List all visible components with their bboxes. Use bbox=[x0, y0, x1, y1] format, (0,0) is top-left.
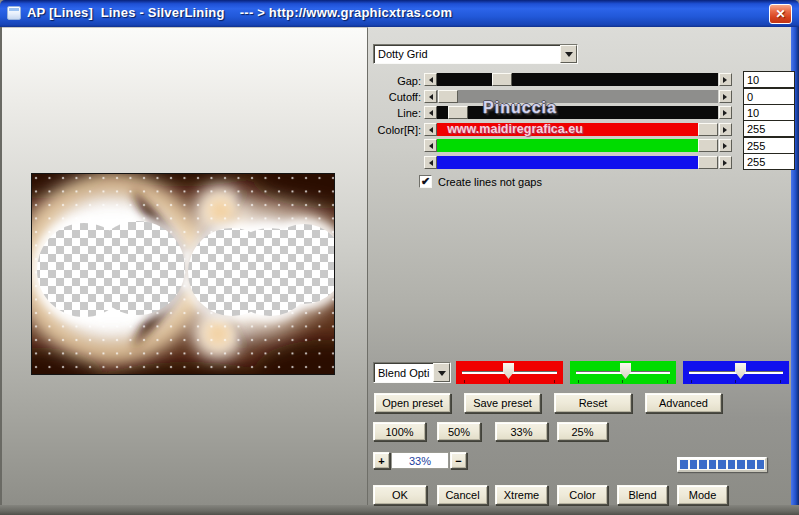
color-green-value-box[interactable]: 255 bbox=[743, 137, 795, 154]
color-button[interactable]: Color bbox=[557, 485, 608, 505]
tick-mark bbox=[509, 380, 510, 383]
slider-right-arrow-button[interactable] bbox=[719, 123, 732, 136]
zoom-25-button[interactable]: 25% bbox=[557, 422, 608, 441]
color-red-value-box[interactable]: 255 bbox=[743, 120, 795, 137]
tick-mark bbox=[464, 380, 465, 383]
right-arrow-icon bbox=[723, 127, 730, 133]
cutoff-label: Cutoff: bbox=[368, 91, 421, 104]
blend-red-thumb[interactable] bbox=[503, 363, 514, 379]
blend-red-slider[interactable] bbox=[456, 361, 563, 384]
progress-segment bbox=[757, 460, 765, 469]
gap-slider-track[interactable] bbox=[437, 73, 718, 86]
gap-slider[interactable] bbox=[424, 73, 732, 86]
cutoff-value-box[interactable]: 0 bbox=[743, 88, 795, 105]
zoom-plus-button[interactable]: + bbox=[373, 452, 390, 469]
slider-left-arrow-button[interactable] bbox=[424, 139, 437, 152]
blend-green-thumb[interactable] bbox=[620, 363, 631, 379]
dropdown-arrow-button[interactable] bbox=[433, 363, 450, 382]
gap-value-box[interactable]: 10 bbox=[743, 71, 795, 88]
left-arrow-icon bbox=[426, 160, 433, 166]
color-green-slider[interactable] bbox=[424, 139, 732, 152]
zoom-minus-button[interactable]: − bbox=[450, 452, 467, 469]
left-arrow-icon bbox=[426, 127, 433, 133]
mode-button[interactable]: Mode bbox=[677, 485, 728, 505]
progress-segment bbox=[728, 460, 736, 469]
slider-left-arrow-button[interactable] bbox=[424, 73, 437, 86]
create-lines-checkbox[interactable]: ✔ bbox=[419, 175, 432, 188]
progress-segment bbox=[747, 460, 755, 469]
tick-mark bbox=[622, 380, 623, 383]
chevron-down-icon bbox=[438, 371, 446, 380]
blend-green-slider[interactable] bbox=[570, 361, 676, 384]
color-green-slider-thumb[interactable] bbox=[698, 139, 718, 152]
color-blue-slider-track[interactable] bbox=[437, 156, 718, 169]
blend-button[interactable]: Blend bbox=[617, 485, 668, 505]
tick-mark bbox=[691, 380, 692, 383]
slider-left-arrow-button[interactable] bbox=[424, 156, 437, 169]
slider-left-arrow-button[interactable] bbox=[424, 90, 437, 103]
color-red-slider-thumb[interactable] bbox=[698, 123, 718, 136]
left-arrow-icon bbox=[426, 77, 433, 83]
zoom-100-button[interactable]: 100% bbox=[373, 422, 426, 441]
save-preset-button[interactable]: Save preset bbox=[464, 393, 541, 413]
chevron-down-icon bbox=[565, 52, 573, 61]
gap-label: Gap: bbox=[368, 75, 421, 88]
left-arrow-icon bbox=[426, 110, 433, 116]
app-icon bbox=[7, 6, 21, 20]
window-title: AP [Lines] Lines - SilverLining --- > ht… bbox=[27, 5, 452, 20]
tick-mark bbox=[578, 380, 579, 383]
right-arrow-icon bbox=[723, 160, 730, 166]
color-r-label: Color[R]: bbox=[368, 124, 421, 137]
left-arrow-icon bbox=[426, 94, 433, 100]
xtreme-button[interactable]: Xtreme bbox=[495, 485, 548, 505]
cancel-button[interactable]: Cancel bbox=[437, 485, 488, 505]
right-arrow-icon bbox=[723, 143, 730, 149]
color-blue-slider-thumb[interactable] bbox=[698, 156, 718, 169]
slider-left-arrow-button[interactable] bbox=[424, 106, 437, 119]
right-arrow-icon bbox=[723, 94, 730, 100]
ok-button[interactable]: OK bbox=[373, 485, 427, 505]
blend-blue-thumb[interactable] bbox=[735, 363, 746, 379]
progress-segment bbox=[690, 460, 698, 469]
dropdown-arrow-button[interactable] bbox=[560, 45, 577, 63]
open-preset-button[interactable]: Open preset bbox=[374, 393, 451, 413]
create-lines-checkbox-label: Create lines not gaps bbox=[438, 176, 542, 188]
advanced-button[interactable]: Advanced bbox=[645, 393, 722, 413]
zoom-50-button[interactable]: 50% bbox=[437, 422, 481, 441]
blend-options-value: Blend Opti bbox=[374, 367, 433, 379]
title-bar[interactable]: AP [Lines] Lines - SilverLining --- > ht… bbox=[0, 0, 799, 27]
progress-bar bbox=[677, 457, 767, 472]
plugin-dialog-window: AP [Lines] Lines - SilverLining --- > ht… bbox=[0, 0, 799, 515]
progress-segment bbox=[737, 460, 745, 469]
color-blue-slider[interactable] bbox=[424, 156, 732, 169]
zoom-level-field[interactable]: 33% bbox=[391, 452, 449, 469]
reset-button[interactable]: Reset bbox=[554, 393, 632, 413]
line-label: Line: bbox=[368, 107, 421, 120]
slider-right-arrow-button[interactable] bbox=[719, 106, 732, 119]
slider-left-arrow-button[interactable] bbox=[424, 123, 437, 136]
progress-segment bbox=[718, 460, 726, 469]
right-arrow-icon bbox=[723, 110, 730, 116]
gap-slider-thumb[interactable] bbox=[492, 73, 512, 86]
left-arrow-icon bbox=[426, 143, 433, 149]
slider-right-arrow-button[interactable] bbox=[719, 139, 732, 152]
effect-preset-value: Dotty Grid bbox=[374, 48, 560, 60]
color-blue-value-box[interactable]: 255 bbox=[743, 153, 795, 170]
effect-preset-dropdown[interactable]: Dotty Grid bbox=[373, 44, 578, 64]
tick-mark bbox=[667, 380, 668, 383]
slider-right-arrow-button[interactable] bbox=[719, 73, 732, 86]
slider-right-arrow-button[interactable] bbox=[719, 156, 732, 169]
watermark-site: www.maidiregrafica.eu bbox=[440, 122, 590, 136]
preview-image[interactable] bbox=[31, 173, 335, 375]
blend-options-dropdown[interactable]: Blend Opti bbox=[373, 362, 451, 383]
close-button[interactable]: ✕ bbox=[769, 4, 792, 24]
line-value-box[interactable]: 10 bbox=[743, 104, 795, 121]
tick-mark bbox=[554, 380, 555, 383]
color-green-slider-track[interactable] bbox=[437, 139, 718, 152]
tick-mark bbox=[735, 380, 736, 383]
slider-right-arrow-button[interactable] bbox=[719, 90, 732, 103]
blend-blue-slider[interactable] bbox=[683, 361, 789, 384]
progress-segment bbox=[699, 460, 707, 469]
zoom-33-button[interactable]: 33% bbox=[495, 422, 548, 441]
watermark-name: Pinuccia bbox=[455, 99, 585, 117]
